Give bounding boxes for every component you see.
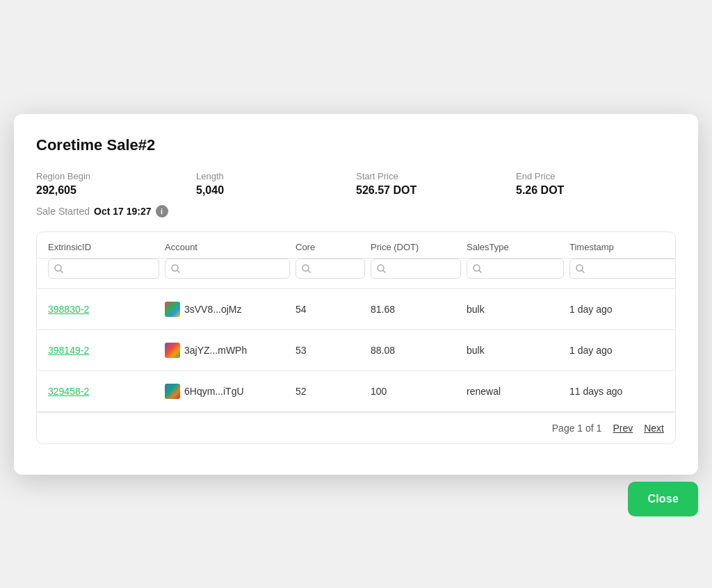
meta-end-price: End Price 5.26 DOT (516, 171, 676, 197)
close-button[interactable]: Close (628, 482, 698, 516)
cell-timestamp: 1 day ago (569, 304, 676, 315)
page-title: Coretime Sale#2 (36, 136, 676, 154)
cell-core: 52 (296, 386, 365, 397)
cell-timestamp: 11 days ago (569, 386, 676, 397)
extrinsic-id-link[interactable]: 398830-2 (48, 304, 89, 315)
table-row: 398830-2 3sVV8...ojMz 54 81.68 bulk 1 da… (37, 289, 675, 330)
col-header-sales-type: SalesType (467, 242, 564, 252)
account-address: 3sVV8...ojMz (184, 304, 241, 315)
filter-timestamp-input[interactable] (589, 263, 674, 274)
cell-price: 88.08 (371, 345, 461, 356)
filter-price-input[interactable] (390, 263, 455, 274)
svg-line-7 (383, 270, 385, 272)
cell-account: 6Hqym...iTgU (165, 384, 290, 399)
filter-extrinsic-id-input[interactable] (67, 263, 153, 274)
sale-started-row: Sale Started Oct 17 19:27 i (36, 205, 676, 218)
length-label: Length (196, 171, 356, 181)
col-header-timestamp: Timestamp (569, 242, 676, 252)
col-header-extrinsic-id: ExtrinsicID (48, 242, 159, 252)
filter-price[interactable] (371, 259, 461, 279)
cell-sales-type: renewal (467, 386, 564, 397)
region-begin-value: 292,605 (36, 184, 196, 197)
cell-price: 100 (371, 386, 461, 397)
filter-extrinsic-id[interactable] (48, 259, 159, 279)
cell-sales-type: bulk (467, 345, 564, 356)
sale-started-date: Oct 17 19:27 (94, 206, 152, 217)
meta-length: Length 5,040 (196, 171, 356, 197)
cell-extrinsic-id: 398830-2 (48, 304, 159, 315)
account-avatar (165, 343, 180, 358)
cell-core: 53 (296, 345, 365, 356)
info-icon[interactable]: i (156, 205, 168, 218)
account-avatar (165, 384, 180, 399)
filter-account-input[interactable] (184, 263, 284, 274)
svg-line-1 (60, 270, 63, 272)
search-icon (377, 264, 386, 273)
search-icon (171, 264, 180, 273)
pagination-row: Page 1 of 1 Prev Next (37, 412, 675, 443)
cell-extrinsic-id: 329458-2 (48, 386, 159, 397)
table-row: 329458-2 6Hqym...iTgU 52 100 renewal 11 … (37, 371, 675, 412)
cell-account: 3ajYZ...mWPh (165, 343, 290, 358)
cell-extrinsic-id: 398149-2 (48, 345, 159, 356)
col-header-account: Account (165, 242, 290, 252)
filter-account[interactable] (165, 259, 290, 279)
filter-timestamp[interactable] (569, 259, 676, 279)
cell-account: 3sVV8...ojMz (165, 302, 290, 317)
meta-grid: Region Begin 292,605 Length 5,040 Start … (36, 171, 676, 197)
extrinsic-id-link[interactable]: 398149-2 (48, 345, 89, 356)
cell-timestamp: 1 day ago (569, 345, 676, 356)
cell-price: 81.68 (371, 304, 461, 315)
search-icon (54, 264, 63, 273)
svg-line-3 (177, 270, 179, 272)
svg-line-11 (582, 270, 584, 272)
end-price-label: End Price (516, 171, 676, 181)
table-header: ExtrinsicID Account Core Price (DOT) Sal… (37, 232, 675, 259)
prev-button[interactable]: Prev (613, 423, 633, 434)
search-icon (302, 264, 311, 273)
account-address: 6Hqym...iTgU (184, 386, 244, 397)
meta-start-price: Start Price 526.57 DOT (356, 171, 516, 197)
table-row: 398149-2 3ajYZ...mWPh 53 88.08 bulk 1 da… (37, 330, 675, 371)
filter-sales-type[interactable] (467, 259, 564, 279)
page-info: Page 1 of 1 (552, 423, 602, 434)
meta-region-begin: Region Begin 292,605 (36, 171, 196, 197)
filter-row (37, 259, 675, 289)
data-table: ExtrinsicID Account Core Price (DOT) Sal… (36, 231, 676, 444)
region-begin-label: Region Begin (36, 171, 196, 181)
cell-core: 54 (296, 304, 365, 315)
col-header-price: Price (DOT) (371, 242, 461, 252)
next-button[interactable]: Next (644, 423, 664, 434)
account-address: 3ajYZ...mWPh (184, 345, 247, 356)
extrinsic-id-link[interactable]: 329458-2 (48, 386, 89, 397)
sale-started-label: Sale Started (36, 206, 90, 217)
filter-sales-type-input[interactable] (486, 263, 558, 274)
length-value: 5,040 (196, 184, 356, 197)
end-price-value: 5.26 DOT (516, 184, 676, 197)
search-icon (473, 264, 482, 273)
svg-line-5 (308, 270, 310, 272)
search-icon (576, 264, 585, 273)
svg-line-9 (479, 270, 481, 272)
modal-container: Coretime Sale#2 Region Begin 292,605 Len… (14, 114, 698, 475)
filter-core[interactable] (296, 259, 365, 279)
cell-sales-type: bulk (467, 304, 564, 315)
start-price-label: Start Price (356, 171, 516, 181)
col-header-core: Core (296, 242, 365, 252)
start-price-value: 526.57 DOT (356, 184, 516, 197)
account-avatar (165, 302, 180, 317)
filter-core-input[interactable] (315, 263, 359, 274)
